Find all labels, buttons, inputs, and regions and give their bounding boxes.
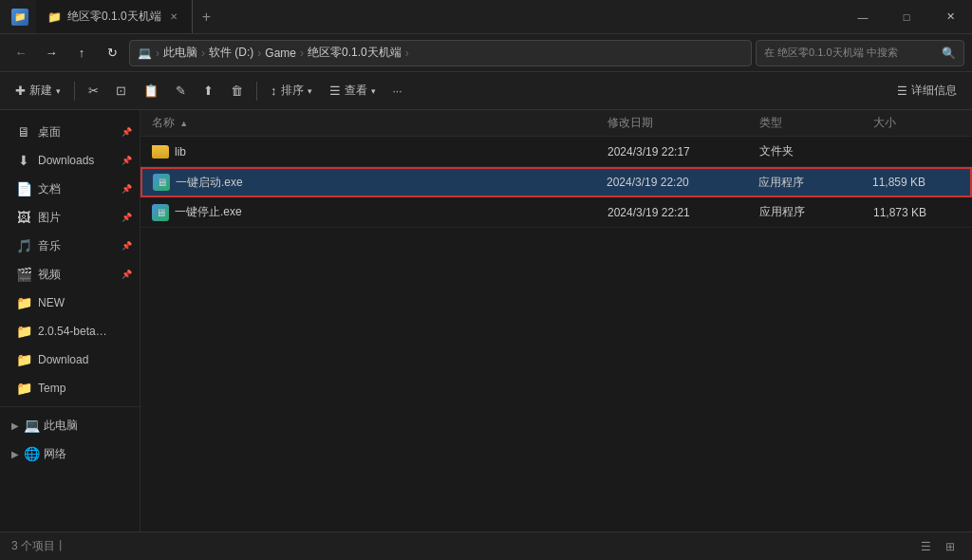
- tab-bar: 📁 绝区零0.1.0天机端 ✕ +: [36, 0, 220, 33]
- table-row[interactable]: lib 2024/3/19 22:17 文件夹: [140, 137, 972, 167]
- table-row[interactable]: 🖥 一键停止.exe 2024/3/19 22:21 应用程序 11,873 K…: [140, 197, 972, 228]
- cut-button[interactable]: ✂: [81, 78, 106, 104]
- path-pc-icon: 💻: [138, 47, 152, 60]
- copy-icon: ⊡: [116, 84, 126, 98]
- pictures-icon: 🖼: [15, 210, 32, 225]
- sidebar: 🖥 桌面 📌 ⬇ Downloads 📌 📄 文档 📌 🖼 图片 📌 🎵 音乐 …: [0, 110, 140, 532]
- sidebar-item-label-network: 网络: [44, 446, 66, 462]
- sort-button[interactable]: ↕ 排序 ▾: [263, 78, 320, 104]
- new-button[interactable]: ✚ 新建 ▾: [8, 78, 68, 104]
- new-tab-button[interactable]: +: [193, 0, 220, 33]
- address-bar: ← → ↑ ↻ 💻 › 此电脑 › 软件 (D:) › Game › 绝区零0.…: [0, 34, 972, 72]
- main-layout: 🖥 桌面 📌 ⬇ Downloads 📌 📄 文档 📌 🖼 图片 📌 🎵 音乐 …: [0, 110, 972, 532]
- search-icon: 🔍: [942, 47, 956, 60]
- grid-view-icon: ⊞: [945, 540, 955, 553]
- sort-chevron-icon: ▾: [308, 86, 312, 96]
- search-box[interactable]: 在 绝区零0.1.0天机端 中搜索 🔍: [756, 40, 964, 66]
- status-bar: 3 个项目丨 ☰ ⊞: [0, 532, 972, 560]
- sidebar-item-videos[interactable]: 🎬 视频 📌: [0, 260, 140, 289]
- sidebar-item-temp[interactable]: 📁 Temp: [0, 374, 140, 402]
- header-size[interactable]: 大小: [869, 115, 964, 131]
- up-button[interactable]: ↑: [68, 40, 95, 66]
- details-button[interactable]: ☰ 详细信息: [889, 78, 964, 104]
- list-view-icon: ☰: [921, 540, 931, 553]
- view-label: 查看: [345, 83, 367, 99]
- address-path[interactable]: 💻 › 此电脑 › 软件 (D:) › Game › 绝区零0.1.0天机端 ›: [129, 40, 752, 66]
- this-pc-icon: 💻: [23, 418, 40, 433]
- sidebar-item-label-this-pc: 此电脑: [44, 418, 78, 434]
- temp-folder-icon: 📁: [15, 381, 32, 396]
- new-icon: ✚: [15, 84, 26, 98]
- toolbar-separator-2: [256, 82, 257, 101]
- pin-icon-pictures: 📌: [122, 213, 132, 222]
- sort-icon: ↕: [271, 84, 277, 98]
- path-item-pc[interactable]: 此电脑: [163, 45, 197, 61]
- documents-icon: 📄: [15, 181, 32, 196]
- header-modified[interactable]: 修改日期: [604, 115, 756, 131]
- close-button[interactable]: ✕: [928, 0, 972, 34]
- refresh-button[interactable]: ↻: [99, 40, 125, 66]
- details-icon: ☰: [897, 84, 907, 98]
- search-placeholder: 在 绝区零0.1.0天机端 中搜索: [764, 46, 898, 60]
- back-button[interactable]: ←: [8, 40, 34, 66]
- download-folder-icon: 📁: [15, 352, 32, 367]
- path-item-d[interactable]: 软件 (D:): [209, 45, 253, 61]
- network-icon: 🌐: [23, 446, 40, 461]
- file-type-stop: 应用程序: [756, 204, 869, 220]
- file-modified-start: 2024/3/19 22:20: [603, 176, 755, 189]
- sidebar-item-label-downloads: Downloads: [38, 154, 94, 167]
- more-button[interactable]: ···: [385, 78, 410, 104]
- sidebar-item-new[interactable]: 📁 NEW: [0, 289, 140, 317]
- grid-view-button[interactable]: ⊞: [940, 536, 961, 557]
- sidebar-item-pictures[interactable]: 🖼 图片 📌: [0, 203, 140, 232]
- path-item-game[interactable]: Game: [265, 47, 296, 60]
- sidebar-item-network[interactable]: ▶ 🌐 网络: [0, 439, 140, 468]
- sidebar-item-label-temp: Temp: [38, 382, 65, 395]
- minimize-button[interactable]: —: [841, 0, 885, 34]
- maximize-button[interactable]: □: [885, 0, 928, 34]
- sidebar-item-download[interactable]: 📁 Download: [0, 345, 140, 374]
- exe-icon-start: 🖥: [153, 174, 170, 191]
- sidebar-item-this-pc[interactable]: ▶ 💻 此电脑: [0, 411, 140, 439]
- tab-label: 绝区零0.1.0天机端: [67, 9, 161, 25]
- delete-button[interactable]: 🗑: [223, 78, 251, 104]
- view-chevron-icon: ▾: [371, 86, 376, 96]
- item-count: 3 个项目丨: [11, 538, 66, 554]
- sidebar-item-beta[interactable]: 📁 2.0.54-beta天机: [0, 317, 140, 345]
- share-button[interactable]: ⬆: [196, 78, 221, 104]
- pin-icon-desktop: 📌: [122, 127, 132, 137]
- sidebar-item-label-documents: 文档: [38, 181, 61, 197]
- sidebar-item-music[interactable]: 🎵 音乐 📌: [0, 232, 140, 260]
- music-icon: 🎵: [15, 238, 32, 253]
- exe-icon-stop: 🖥: [152, 204, 169, 221]
- file-name-lib: lib: [148, 145, 604, 159]
- sidebar-item-desktop[interactable]: 🖥 桌面 📌: [0, 118, 140, 146]
- paste-button[interactable]: 📋: [136, 78, 166, 104]
- cut-icon: ✂: [88, 84, 99, 98]
- path-item-current[interactable]: 绝区零0.1.0天机端: [308, 45, 402, 61]
- table-row[interactable]: 🖥 一键启动.exe 2024/3/19 22:20 应用程序 11,859 K…: [140, 167, 972, 197]
- view-icon: ☰: [329, 84, 341, 98]
- header-type[interactable]: 类型: [756, 115, 869, 131]
- file-size-stop: 11,873 KB: [869, 206, 964, 219]
- active-tab[interactable]: 📁 绝区零0.1.0天机端 ✕: [36, 0, 193, 33]
- list-view-button[interactable]: ☰: [915, 536, 936, 557]
- delete-icon: 🗑: [231, 84, 243, 98]
- copy-button[interactable]: ⊡: [108, 78, 134, 104]
- forward-button[interactable]: →: [38, 40, 65, 66]
- pin-icon-videos: 📌: [122, 270, 132, 279]
- file-type-lib: 文件夹: [756, 143, 869, 159]
- file-name-start: 🖥 一键启动.exe: [149, 174, 603, 191]
- title-bar: 📁 📁 绝区零0.1.0天机端 ✕ + — □ ✕: [0, 0, 972, 34]
- tab-close-button[interactable]: ✕: [167, 9, 180, 24]
- sidebar-item-downloads[interactable]: ⬇ Downloads 📌: [0, 146, 140, 175]
- view-button[interactable]: ☰ 查看 ▾: [322, 78, 383, 104]
- file-list-header: 名称 ▲ 修改日期 类型 大小: [140, 110, 972, 137]
- toolbar-separator-1: [74, 82, 75, 101]
- desktop-icon: 🖥: [15, 124, 32, 140]
- header-name[interactable]: 名称 ▲: [148, 115, 604, 131]
- rename-button[interactable]: ✎: [168, 78, 194, 104]
- sidebar-item-documents[interactable]: 📄 文档 📌: [0, 175, 140, 203]
- new-folder-icon: 📁: [15, 295, 32, 310]
- details-label: 详细信息: [911, 83, 957, 99]
